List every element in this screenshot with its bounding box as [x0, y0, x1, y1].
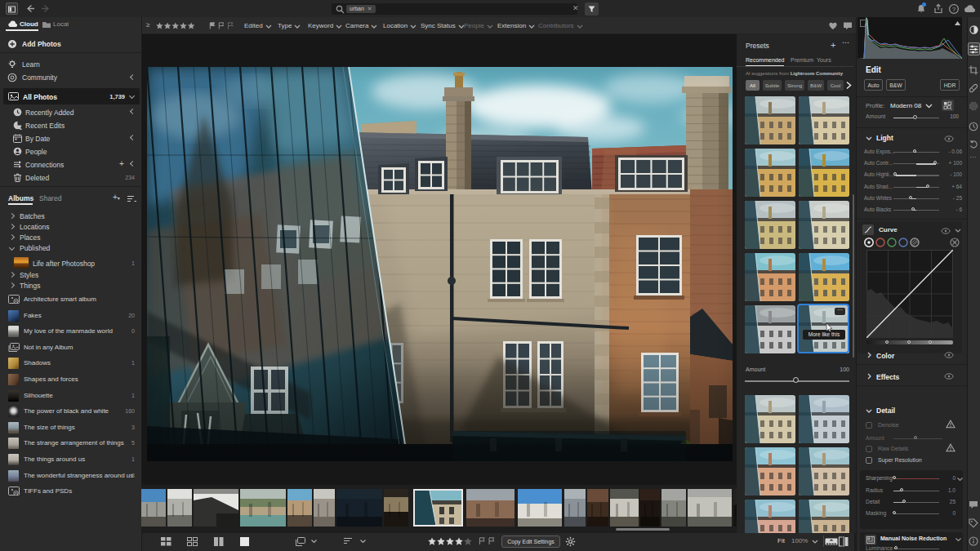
svg-text:?: ? — [952, 6, 956, 13]
